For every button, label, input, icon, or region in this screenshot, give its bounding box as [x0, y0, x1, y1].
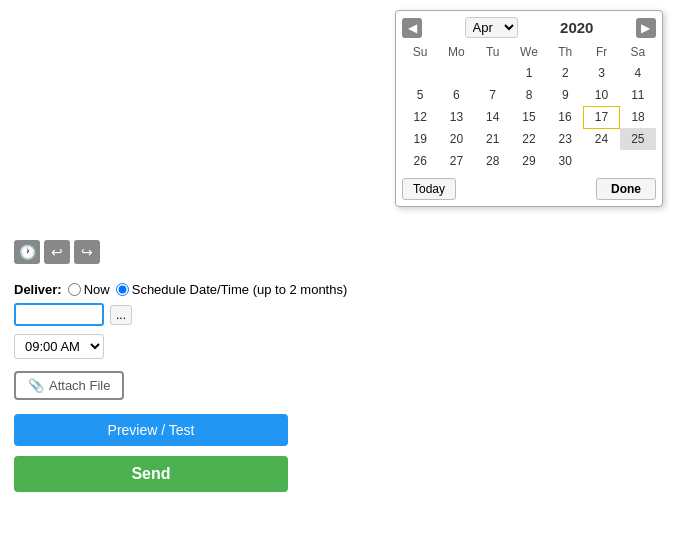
weekday-header: Th [547, 42, 583, 62]
date-picker-button[interactable]: ... [110, 305, 132, 325]
toolbar-icons: 🕐 ↩ ↪ [14, 240, 394, 264]
calendar-day[interactable]: 13 [438, 106, 474, 128]
calendar-popup: ◀ JanFebMarAprMayJunJulAugSepOctNovDec 2… [395, 10, 663, 207]
calendar-week-row: 1234 [402, 62, 656, 84]
history-button[interactable]: 🕐 [14, 240, 40, 264]
preview-test-button[interactable]: Preview / Test [14, 414, 288, 446]
calendar-day[interactable]: 16 [547, 106, 583, 128]
calendar-body: 1234567891011121314151617181920212223242… [402, 62, 656, 172]
controls-area: 🕐 ↩ ↪ Deliver: Now Schedule Date/Time (u… [14, 240, 394, 492]
calendar-day[interactable]: 29 [511, 150, 547, 172]
calendar-day[interactable]: 26 [402, 150, 438, 172]
calendar-day[interactable]: 12 [402, 106, 438, 128]
undo-icon: ↩ [51, 244, 63, 260]
calendar-day [620, 150, 656, 172]
calendar-day[interactable]: 10 [583, 84, 619, 106]
schedule-label: Schedule Date/Time (up to 2 months) [132, 282, 348, 297]
weekday-header: Tu [475, 42, 511, 62]
calendar-day[interactable]: 7 [475, 84, 511, 106]
calendar-day[interactable]: 23 [547, 128, 583, 150]
time-select-wrap: 12:00 AM12:30 AM01:00 AM01:30 AM02:00 AM… [14, 334, 394, 359]
calendar-day[interactable]: 3 [583, 62, 619, 84]
calendar-day[interactable]: 8 [511, 84, 547, 106]
redo-icon: ↪ [81, 244, 93, 260]
calendar-day[interactable]: 17 [583, 106, 619, 128]
calendar-day[interactable]: 15 [511, 106, 547, 128]
calendar-day[interactable]: 2 [547, 62, 583, 84]
calendar-day[interactable]: 21 [475, 128, 511, 150]
month-select[interactable]: JanFebMarAprMayJunJulAugSepOctNovDec [465, 17, 518, 38]
next-month-button[interactable]: ▶ [636, 18, 656, 38]
calendar-day[interactable]: 20 [438, 128, 474, 150]
paperclip-icon: 📎 [28, 378, 44, 393]
calendar-day[interactable]: 27 [438, 150, 474, 172]
today-button[interactable]: Today [402, 178, 456, 200]
schedule-radio-label[interactable]: Schedule Date/Time (up to 2 months) [116, 282, 348, 297]
calendar-day[interactable]: 14 [475, 106, 511, 128]
done-button[interactable]: Done [596, 178, 656, 200]
calendar-day[interactable]: 22 [511, 128, 547, 150]
redo-button[interactable]: ↪ [74, 240, 100, 264]
calendar-day[interactable]: 5 [402, 84, 438, 106]
weekday-header: Sa [620, 42, 656, 62]
calendar-day [583, 150, 619, 172]
calendar-day[interactable]: 28 [475, 150, 511, 172]
schedule-radio[interactable] [116, 283, 129, 296]
send-button[interactable]: Send [14, 456, 288, 492]
calendar-day[interactable]: 4 [620, 62, 656, 84]
calendar-day[interactable]: 11 [620, 84, 656, 106]
calendar-grid: SuMoTuWeThFrSa 1234567891011121314151617… [402, 42, 656, 172]
calendar-week-row: 2627282930 [402, 150, 656, 172]
calendar-day[interactable]: 9 [547, 84, 583, 106]
weekday-header: Su [402, 42, 438, 62]
calendar-weekdays: SuMoTuWeThFrSa [402, 42, 656, 62]
weekday-header: We [511, 42, 547, 62]
calendar-day[interactable]: 6 [438, 84, 474, 106]
now-label: Now [84, 282, 110, 297]
calendar-day [475, 62, 511, 84]
calendar-week-row: 567891011 [402, 84, 656, 106]
weekday-header: Fr [583, 42, 619, 62]
calendar-footer: Today Done [402, 178, 656, 200]
now-radio[interactable] [68, 283, 81, 296]
calendar-week-row: 19202122232425 [402, 128, 656, 150]
now-radio-label[interactable]: Now [68, 282, 110, 297]
time-select[interactable]: 12:00 AM12:30 AM01:00 AM01:30 AM02:00 AM… [14, 334, 104, 359]
calendar-day[interactable]: 25 [620, 128, 656, 150]
calendar-day[interactable]: 19 [402, 128, 438, 150]
date-input[interactable]: 04/25/2020 [14, 303, 104, 326]
prev-month-button[interactable]: ◀ [402, 18, 422, 38]
deliver-label: Deliver: [14, 282, 62, 297]
history-icon: 🕐 [19, 244, 36, 260]
weekday-header: Mo [438, 42, 474, 62]
calendar-day [438, 62, 474, 84]
deliver-row: Deliver: Now Schedule Date/Time (up to 2… [14, 282, 394, 326]
attach-file-button[interactable]: 📎 Attach File [14, 371, 124, 400]
calendar-day [402, 62, 438, 84]
calendar-day[interactable]: 18 [620, 106, 656, 128]
attach-file-label: Attach File [49, 378, 110, 393]
calendar-day[interactable]: 30 [547, 150, 583, 172]
undo-button[interactable]: ↩ [44, 240, 70, 264]
year-label: 2020 [560, 19, 593, 36]
calendar-day[interactable]: 1 [511, 62, 547, 84]
calendar-day[interactable]: 24 [583, 128, 619, 150]
calendar-week-row: 12131415161718 [402, 106, 656, 128]
calendar-header: ◀ JanFebMarAprMayJunJulAugSepOctNovDec 2… [402, 17, 656, 38]
